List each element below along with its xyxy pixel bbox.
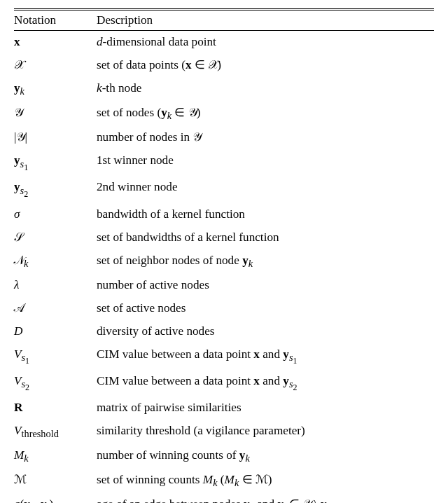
header-description: Description [97,10,434,31]
table-body: xd-dimensional data point𝒳set of data po… [14,31,434,504]
description-cell: age of an edge between nodes yk and yl ∈… [97,493,434,503]
notation-cell: 𝒳 [14,54,97,77]
description-cell: set of bandwidths of a kernel function [97,226,434,249]
table-row: ys22nd winner node [14,176,434,202]
notation-cell: x [14,31,97,55]
notation-cell: |𝒴| [14,126,97,149]
table-row: Ddiversity of active nodes [14,320,434,343]
description-cell: matrix of pairwise similarities [97,397,434,420]
header-notation: Notation [14,10,97,31]
description-cell: set of nodes (yk ∈ 𝒴) [97,102,434,126]
table-row: 𝒮set of bandwidths of a kernel function [14,226,434,249]
table-row: Vs1CIM value between a data point x and … [14,343,434,370]
table-row: 𝒴set of nodes (yk ∈ 𝒴) [14,102,434,126]
table-row: 𝒜set of active nodes [14,297,434,320]
table-row: Vs2CIM value between a data point x and … [14,370,434,397]
table-row: 𝒩kset of neighbor nodes of node yk [14,249,434,274]
description-cell: set of data points (x ∈ 𝒳) [97,54,434,77]
table-row: xd-dimensional data point [14,31,434,55]
notation-cell: Vs1 [14,343,97,370]
notation-cell: Vs2 [14,370,97,397]
description-cell: similarity threshold (a vigilance parame… [97,420,434,444]
description-cell: set of active nodes [97,297,434,320]
description-cell: CIM value between a data point x and ys2 [97,370,434,397]
notation-cell: ℳ [14,469,97,493]
table-row: σbandwidth of a kernel function [14,202,434,226]
table-row: 𝒳set of data points (x ∈ 𝒳) [14,54,434,77]
description-cell: number of nodes in 𝒴 [97,126,434,149]
description-cell: k-th node [97,77,434,102]
description-cell: set of winning counts Mk (Mk ∈ ℳ) [97,469,434,493]
notation-cell: Vthreshold [14,420,97,444]
table-row: Mknumber of winning counts of yk [14,444,434,469]
table-row: Rmatrix of pairwise similarities [14,397,434,420]
description-cell: d-dimensional data point [97,31,434,55]
table-row: ys11st winner node [14,149,434,176]
table-row: ykk-th node [14,77,434,102]
description-cell: diversity of active nodes [97,320,434,343]
description-cell: CIM value between a data point x and ys1 [97,343,434,370]
description-cell: number of active nodes [97,274,434,297]
table-header-row: Notation Description [14,10,434,31]
notation-cell: ys1 [14,149,97,176]
notation-cell: 𝒴 [14,102,97,126]
notation-table: Notation Description xd-dimensional data… [14,8,434,503]
notation-cell: yk [14,77,97,102]
notation-cell: σ [14,202,97,226]
notation-cell: Mk [14,444,97,469]
table-row: Vthresholdsimilarity threshold (a vigila… [14,420,434,444]
notation-cell: a(yk, yl) [14,493,97,503]
description-cell: set of neighbor nodes of node yk [97,249,434,274]
notation-cell: 𝒜 [14,297,97,320]
description-cell: 2nd winner node [97,176,434,202]
description-cell: 1st winner node [97,149,434,176]
description-cell: number of winning counts of yk [97,444,434,469]
table-row: λnumber of active nodes [14,274,434,297]
description-cell: bandwidth of a kernel function [97,202,434,226]
notation-cell: 𝒩k [14,249,97,274]
table-row: a(yk, yl)age of an edge between nodes yk… [14,493,434,503]
notation-cell: D [14,320,97,343]
notation-cell: ys2 [14,176,97,202]
table-row: |𝒴|number of nodes in 𝒴 [14,126,434,149]
notation-cell: λ [14,274,97,297]
notation-cell: 𝒮 [14,226,97,249]
notation-cell: R [14,397,97,420]
table-row: ℳset of winning counts Mk (Mk ∈ ℳ) [14,469,434,493]
